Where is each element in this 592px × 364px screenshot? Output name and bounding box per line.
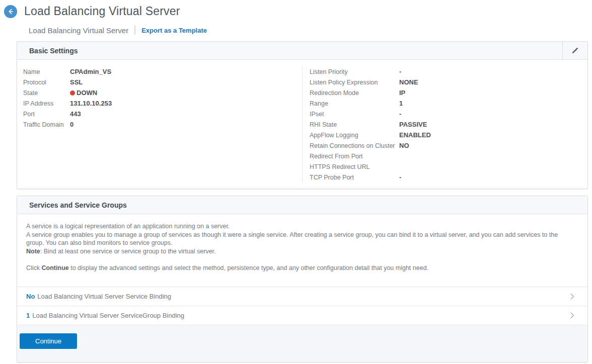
field-rhi-state: RHI State PASSIVE: [310, 119, 587, 130]
description-line-2: A service group enables you to manage a …: [26, 231, 575, 247]
breadcrumb-current: Load Balancing Virtual Server: [29, 26, 128, 35]
pencil-icon: [571, 46, 579, 55]
services-title: Services and Service Groups: [29, 201, 127, 209]
status-down-dot: [70, 90, 75, 96]
description-note: Note: Bind at least one service or servi…: [26, 247, 575, 256]
services-footer: Continue: [17, 325, 587, 362]
field-traffic-domain: Traffic Domain 0: [23, 119, 302, 130]
field-redirect-from-port: Redirect From Port: [310, 151, 587, 161]
edit-basic-settings-button[interactable]: [563, 42, 587, 59]
service-binding-label: NoLoad Balancing Virtual Server Service …: [26, 293, 171, 300]
back-button[interactable]: [4, 5, 17, 18]
page-title: Load Balancing Virtual Server: [24, 5, 180, 18]
field-listen-policy-expression: Listen Policy Expression NONE: [310, 77, 587, 87]
field-name: Name CPAdmin_VS: [23, 66, 302, 77]
field-https-redirect-url: HTTPS Redirect URL: [310, 161, 587, 172]
servicegroup-binding-label: 1Load Balancing Virtual Server ServiceGr…: [26, 312, 184, 319]
field-ip-address: IP Address 131.10.10.253: [23, 98, 302, 109]
export-template-link[interactable]: Export as a Template: [141, 27, 207, 34]
basic-settings-body: Name CPAdmin_VS Protocol SSL State DOWN …: [17, 60, 587, 189]
subheader-divider: [134, 26, 135, 35]
service-binding-row[interactable]: NoLoad Balancing Virtual Server Service …: [17, 287, 587, 306]
field-ipset: IPset -: [310, 109, 587, 119]
chevron-right-icon: [568, 311, 576, 320]
field-protocol: Protocol SSL: [23, 77, 302, 87]
chevron-right-icon: [568, 292, 576, 301]
basic-settings-header-actions: [562, 42, 587, 59]
field-state: State DOWN: [23, 87, 302, 98]
field-listen-priority: Listen Priority -: [310, 66, 587, 77]
description-click-continue: Click Continue to display the advanced s…: [26, 264, 575, 272]
basic-settings-header: Basic Settings: [17, 42, 587, 60]
description-line-1: A service is a logical representation of…: [26, 222, 575, 231]
state-value: DOWN: [77, 89, 97, 97]
back-arrow-icon: [7, 8, 15, 16]
field-port: Port 443: [23, 109, 302, 119]
continue-button[interactable]: Continue: [20, 333, 77, 349]
services-description: A service is a logical representation of…: [17, 214, 587, 287]
services-panel: Services and Service Groups A service is…: [17, 196, 588, 362]
servicegroup-binding-row[interactable]: 1Load Balancing Virtual Server ServiceGr…: [17, 306, 587, 325]
breadcrumb: Load Balancing Virtual Server Export as …: [29, 26, 592, 35]
services-header: Services and Service Groups: [17, 196, 587, 214]
basic-settings-right-column: Listen Priority - Listen Policy Expressi…: [302, 66, 587, 183]
field-appflow-logging: AppFlow Logging ENABLED: [310, 130, 587, 140]
field-tcp-probe-port: TCP Probe Port -: [310, 172, 587, 183]
field-retain-connections-on-cluster: Retain Connections on Cluster NO: [310, 140, 587, 151]
basic-settings-left-column: Name CPAdmin_VS Protocol SSL State DOWN …: [17, 66, 302, 183]
basic-settings-title: Basic Settings: [29, 47, 78, 55]
field-range: Range 1: [310, 98, 587, 109]
basic-settings-panel: Basic Settings Name CPAdmin_VS Protocol …: [17, 41, 588, 189]
page-header: Load Balancing Virtual Server: [0, 0, 592, 18]
field-redirection-mode: Redirection Mode IP: [310, 87, 587, 98]
